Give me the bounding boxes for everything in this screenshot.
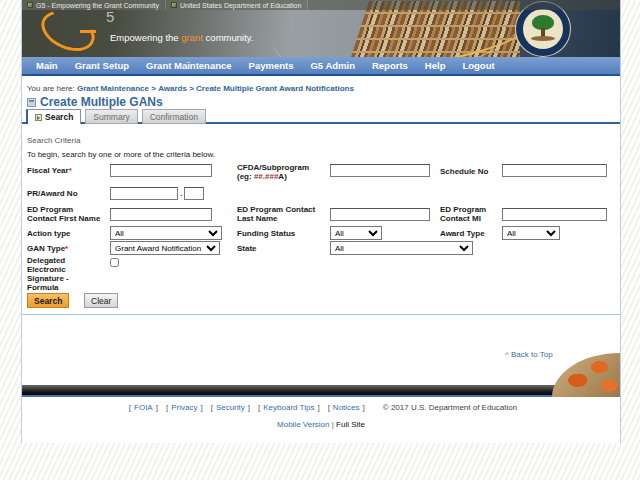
tab-search[interactable]: Search xyxy=(26,109,81,124)
window-title-left: G5 - Empowering the Grant Community xyxy=(22,0,166,10)
gan-type-label: GAN Type* xyxy=(27,244,107,253)
action-type-label: Action type xyxy=(27,229,107,238)
nav-item-help[interactable]: Help xyxy=(425,60,446,71)
section-divider xyxy=(22,314,620,315)
cfda-label: CFDA/Subprogram(eg: ##.###A) xyxy=(237,163,329,181)
ed-first-name-input[interactable] xyxy=(110,208,212,221)
footer-links: [FOIA] [Privacy] [Security] [Keyboard Ti… xyxy=(22,403,620,412)
fiscal-year-label: Fiscal Year* xyxy=(27,166,107,175)
search-criteria-heading: Search Criteria xyxy=(27,136,80,145)
pr-award-suffix-input[interactable] xyxy=(184,187,204,200)
full-site-label: Full Site xyxy=(336,420,365,429)
tab-confirmation[interactable]: Confirmation xyxy=(142,109,206,124)
award-type-label: Award Type xyxy=(440,229,500,238)
page-title-icon xyxy=(27,98,36,107)
footer-link-security[interactable]: Security xyxy=(216,403,245,412)
page-title: Create Multiple GANs xyxy=(27,95,163,109)
ed-first-name-label: ED Program Contact First Name xyxy=(27,205,105,223)
delegated-signature-checkbox[interactable] xyxy=(110,258,119,267)
nav-item-g5-admin[interactable]: G5 Admin xyxy=(310,60,355,71)
ed-last-name-label: ED Program Contact Last Name xyxy=(237,205,325,223)
tab-summary[interactable]: Summary xyxy=(85,109,137,124)
active-tab-icon xyxy=(35,114,42,121)
cfda-input[interactable] xyxy=(330,164,430,177)
department-of-education-seal xyxy=(516,2,570,56)
pr-award-label: PR/Award No xyxy=(27,189,107,198)
mobile-version-link[interactable]: Mobile Version xyxy=(277,420,329,429)
breadcrumb-separator: > xyxy=(189,84,194,93)
footer-link-foia[interactable]: FOIA xyxy=(134,403,153,412)
search-instruction: To begin, search by one or more of the c… xyxy=(27,150,215,159)
banner-slogan: Empowering the grant community. xyxy=(110,32,253,43)
action-type-select[interactable]: All xyxy=(110,226,222,240)
nav-item-reports[interactable]: Reports xyxy=(372,60,408,71)
schedule-no-label: Schedule No xyxy=(440,167,500,176)
breadcrumb: You are here: Grant Maintenance > Awards… xyxy=(27,84,354,93)
gan-type-select[interactable]: Grant Award Notification xyxy=(110,241,220,255)
g5-application-window: G5 - Empowering the Grant Community Unit… xyxy=(0,0,640,480)
footer-image-strip xyxy=(22,385,620,395)
delegated-signature-label: Delegated Electronic Signature - Formula xyxy=(27,256,79,292)
nav-item-grant-maintenance[interactable]: Grant Maintenance xyxy=(146,60,232,71)
breadcrumb-link-awards[interactable]: Awards xyxy=(158,84,187,93)
breadcrumb-current: Create Multiple Grant Award Notification… xyxy=(196,84,354,93)
breadcrumb-link-grant-maintenance[interactable]: Grant Maintenance xyxy=(77,84,149,93)
ed-last-name-input[interactable] xyxy=(330,208,430,221)
footer-mobile-row: Mobile Version | Full Site xyxy=(22,420,620,429)
funding-status-select[interactable]: All xyxy=(330,226,382,240)
footer-blue-line xyxy=(22,395,620,397)
footer-link-notices[interactable]: Notices xyxy=(333,403,360,412)
back-to-top-link[interactable]: ^ Back to Top xyxy=(505,350,553,359)
nav-item-logout[interactable]: Logout xyxy=(462,60,494,71)
nav-item-payments[interactable]: Payments xyxy=(249,60,294,71)
pr-award-separator: - xyxy=(180,190,183,199)
ed-mi-input[interactable] xyxy=(502,208,607,221)
ed-mi-label: ED Program Contact MI xyxy=(440,205,498,223)
nav-item-main[interactable]: Main xyxy=(36,60,58,71)
nav-item-grant-setup[interactable]: Grant Setup xyxy=(75,60,129,71)
clear-button[interactable]: Clear xyxy=(84,293,118,308)
funding-status-label: Funding Status xyxy=(237,229,325,238)
tab-bar: Search Summary Confirmation xyxy=(26,109,206,124)
copyright-text: © 2017 U.S. Department of Education xyxy=(383,403,517,412)
window-title-right: United States Department of Education xyxy=(166,0,308,10)
g5-logo-number: 5 xyxy=(106,8,114,25)
g5-favicon-icon xyxy=(27,2,33,8)
search-button[interactable]: Search xyxy=(27,293,69,308)
ed-favicon-icon xyxy=(171,2,177,8)
footer-link-keyboard-tips[interactable]: Keyboard Tips xyxy=(263,403,314,412)
state-label: State xyxy=(237,244,297,253)
award-type-select[interactable]: All xyxy=(502,226,560,240)
fiscal-year-input[interactable] xyxy=(110,164,212,177)
breadcrumb-separator: > xyxy=(151,84,156,93)
schedule-no-input[interactable] xyxy=(502,164,607,177)
main-navigation: Main Grant Setup Grant Maintenance Payme… xyxy=(22,57,620,76)
footer-link-privacy[interactable]: Privacy xyxy=(171,403,197,412)
state-select[interactable]: All xyxy=(330,241,473,255)
pr-award-input[interactable] xyxy=(110,187,178,200)
g5-logo-bar xyxy=(80,30,96,33)
header-banner: G5 - Empowering the Grant Community Unit… xyxy=(22,0,620,57)
